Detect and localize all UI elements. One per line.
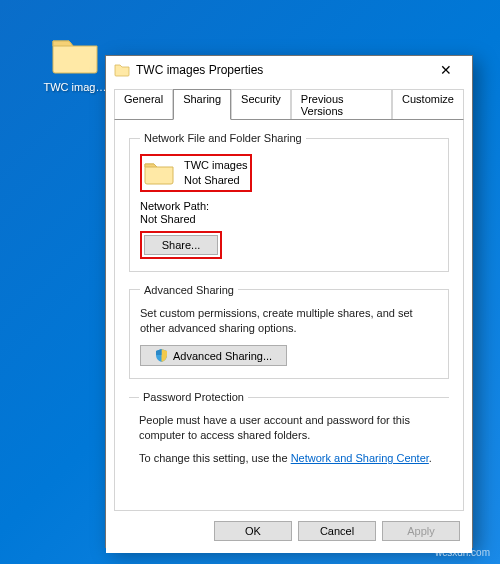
network-sharing-center-link[interactable]: Network and Sharing Center <box>291 452 429 464</box>
tab-security[interactable]: Security <box>231 89 291 120</box>
share-status-box: TWC images Not Shared <box>140 154 252 192</box>
tab-strip: General Sharing Security Previous Versio… <box>106 84 472 119</box>
password-protection-legend: Password Protection <box>139 391 248 403</box>
advanced-sharing-button-label: Advanced Sharing... <box>173 350 272 362</box>
tab-previous-versions[interactable]: Previous Versions <box>291 89 392 120</box>
titlebar: TWC images Properties ✕ <box>106 56 472 84</box>
cancel-button[interactable]: Cancel <box>298 521 376 541</box>
advanced-sharing-button[interactable]: Advanced Sharing... <box>140 345 287 366</box>
password-protection-desc: People must have a user account and pass… <box>139 413 439 443</box>
advanced-sharing-legend: Advanced Sharing <box>140 284 238 296</box>
advanced-sharing-desc: Set custom permissions, create multiple … <box>140 306 438 336</box>
password-protection-change: To change this setting, use the Network … <box>139 451 439 466</box>
password-protection-group: Password Protection People must have a u… <box>129 391 449 486</box>
watermark: wcsxdn.com <box>435 547 490 558</box>
ok-button[interactable]: OK <box>214 521 292 541</box>
shield-icon <box>155 349 168 362</box>
desktop-folder-label: TWC imag… <box>40 81 110 93</box>
properties-dialog: TWC images Properties ✕ General Sharing … <box>105 55 473 548</box>
sharing-panel: Network File and Folder Sharing TWC imag… <box>114 119 464 511</box>
apply-button[interactable]: Apply <box>382 521 460 541</box>
folder-icon <box>144 160 174 186</box>
close-icon: ✕ <box>440 63 452 77</box>
advanced-sharing-group: Advanced Sharing Set custom permissions,… <box>129 284 449 380</box>
network-path-value: Not Shared <box>140 213 438 225</box>
tab-general[interactable]: General <box>114 89 173 120</box>
pp-change-prefix: To change this setting, use the <box>139 452 291 464</box>
share-button[interactable]: Share... <box>144 235 218 255</box>
share-status: Not Shared <box>184 173 248 188</box>
folder-icon <box>114 62 130 78</box>
network-sharing-legend: Network File and Folder Sharing <box>140 132 306 144</box>
tab-sharing[interactable]: Sharing <box>173 89 231 120</box>
share-name: TWC images <box>184 158 248 173</box>
pp-suffix: . <box>429 452 432 464</box>
dialog-title: TWC images Properties <box>136 63 426 77</box>
folder-icon <box>51 35 99 75</box>
network-sharing-group: Network File and Folder Sharing TWC imag… <box>129 132 449 272</box>
dialog-buttons: OK Cancel Apply <box>106 511 472 553</box>
close-button[interactable]: ✕ <box>426 56 466 84</box>
desktop-folder-icon[interactable]: TWC imag… <box>40 35 110 93</box>
tab-customize[interactable]: Customize <box>392 89 464 120</box>
network-path-label: Network Path: <box>140 200 438 212</box>
